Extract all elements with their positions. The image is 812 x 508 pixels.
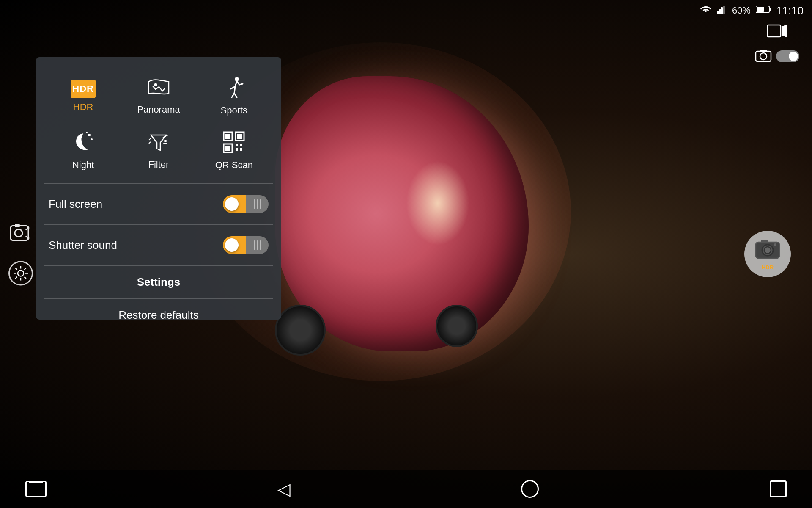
video-mode-btn[interactable] — [765, 21, 789, 40]
divider-2 — [44, 224, 273, 225]
camera-front-back-toggle[interactable] — [776, 50, 799, 62]
svg-point-15 — [18, 271, 24, 276]
panorama-icon — [146, 77, 171, 101]
wifi-icon — [700, 5, 712, 17]
time: 11:10 — [776, 4, 804, 17]
svg-rect-11 — [760, 50, 767, 52]
mode-night[interactable]: Night — [47, 124, 120, 177]
shuttersound-label: Shutter sound — [49, 239, 117, 252]
svg-point-13 — [15, 229, 22, 237]
hdr-icon: HDR — [71, 80, 96, 98]
restore-defaults-btn[interactable]: Restore defaults — [44, 301, 273, 329]
car-highlight — [406, 161, 469, 246]
qrscan-label: QR Scan — [215, 160, 253, 171]
screenshot-icon[interactable] — [10, 223, 32, 248]
divider-1 — [44, 183, 273, 184]
wheel-back — [275, 305, 326, 356]
camera-switch-icon — [755, 49, 772, 64]
restore-defaults-label: Restore defaults — [118, 309, 198, 322]
svg-rect-35 — [761, 240, 768, 243]
bottom-nav: ◁ — [0, 470, 812, 508]
svg-point-34 — [764, 247, 771, 254]
battery-icon — [756, 5, 771, 16]
svg-rect-2 — [721, 7, 723, 14]
wheel-front — [436, 305, 478, 347]
mode-hdr[interactable]: HDR HDR — [47, 70, 120, 122]
sports-label: Sports — [221, 105, 248, 116]
filter-icon — [147, 132, 170, 156]
night-label: Night — [72, 160, 94, 171]
camera-menu-panel: HDR HDR Panorama Sports — [36, 57, 281, 320]
shuttersound-row: Shutter sound — [44, 227, 273, 263]
svg-point-36 — [774, 243, 776, 246]
battery-percent: 60% — [732, 5, 751, 16]
svg-point-18 — [88, 134, 91, 136]
svg-point-20 — [86, 132, 88, 133]
recents-btn[interactable] — [25, 481, 47, 497]
top-right-controls — [755, 21, 799, 64]
svg-rect-29 — [240, 144, 242, 146]
shuttersound-toggle[interactable] — [223, 236, 269, 254]
divider-3 — [44, 265, 273, 266]
status-bar: 60% 11:10 — [685, 0, 812, 21]
overview-btn[interactable] — [770, 480, 787, 497]
hdr-badge: HDR — [762, 264, 774, 271]
filter-label: Filter — [148, 159, 169, 170]
left-controls — [8, 223, 33, 286]
svg-rect-27 — [225, 146, 230, 151]
mode-qrscan[interactable]: QR Scan — [198, 124, 271, 177]
settings-wheel-btn[interactable] — [8, 261, 33, 286]
svg-rect-14 — [15, 224, 20, 227]
home-btn[interactable] — [521, 480, 539, 498]
qr-icon — [223, 131, 245, 156]
mode-grid: HDR HDR Panorama Sports — [44, 66, 273, 181]
svg-rect-25 — [237, 134, 242, 139]
mode-panorama[interactable]: Panorama — [122, 70, 195, 122]
back-btn[interactable]: ◁ — [277, 479, 291, 499]
fullscreen-row: Full screen — [44, 186, 273, 222]
svg-point-19 — [91, 138, 93, 140]
svg-point-16 — [154, 83, 157, 86]
svg-rect-5 — [769, 8, 771, 11]
svg-rect-0 — [717, 11, 719, 14]
night-icon — [71, 131, 95, 156]
mode-filter[interactable]: Filter — [122, 124, 195, 177]
settings-label: Settings — [137, 276, 181, 289]
svg-rect-6 — [757, 7, 764, 12]
svg-rect-7 — [767, 25, 781, 37]
fullscreen-label: Full screen — [49, 198, 102, 211]
svg-rect-23 — [225, 134, 230, 139]
svg-rect-30 — [236, 148, 238, 151]
settings-btn[interactable]: Settings — [44, 268, 273, 296]
svg-point-10 — [760, 53, 767, 60]
svg-marker-8 — [782, 24, 787, 38]
capture-camera-icon — [755, 238, 780, 263]
panorama-label: Panorama — [137, 104, 180, 115]
fullscreen-toggle[interactable] — [223, 195, 269, 213]
divider-4 — [44, 298, 273, 299]
camera-switch-row — [755, 49, 799, 64]
mode-sports[interactable]: Sports — [198, 70, 271, 122]
svg-rect-31 — [240, 148, 242, 151]
svg-point-21 — [164, 140, 167, 142]
svg-rect-3 — [723, 6, 725, 14]
svg-rect-28 — [236, 144, 238, 146]
svg-rect-12 — [11, 226, 28, 240]
hdr-label: HDR — [73, 102, 93, 113]
svg-rect-1 — [719, 9, 721, 14]
sports-icon — [222, 76, 246, 102]
capture-button[interactable]: HDR — [744, 231, 791, 277]
signal-icon — [717, 5, 727, 17]
